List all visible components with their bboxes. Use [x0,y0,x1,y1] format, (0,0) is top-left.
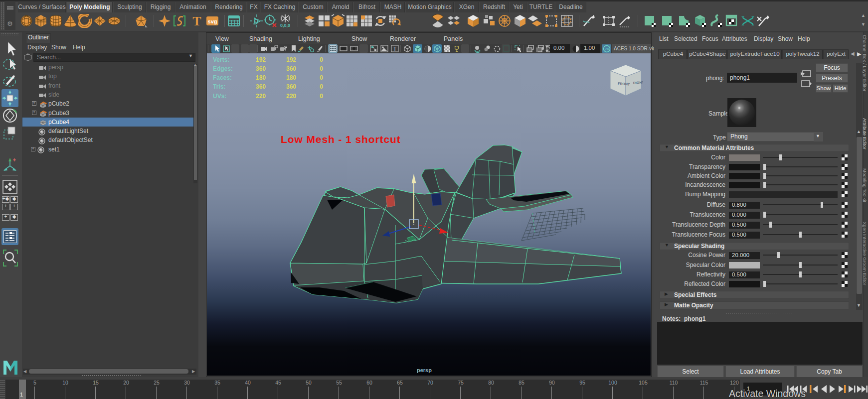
svg-text:T: T [192,14,201,28]
svg-text:svg: svg [208,18,217,24]
svg-text:2w: 2w [605,47,609,51]
svg-text:T: T [393,46,397,52]
svg-text:0,0,0: 0,0,0 [280,23,290,28]
